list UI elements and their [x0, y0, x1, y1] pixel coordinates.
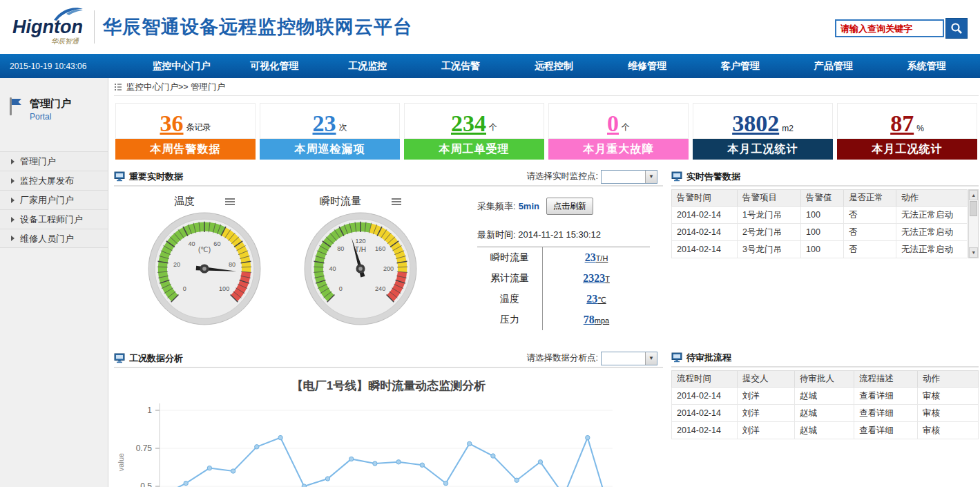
- reading-value[interactable]: 23℃: [543, 293, 650, 305]
- svg-text:0: 0: [339, 285, 343, 292]
- line-chart: value10.750.5: [114, 397, 632, 487]
- nav-item[interactable]: 客户管理: [693, 54, 787, 78]
- table-cell: 2014-02-14: [672, 207, 738, 224]
- column-header: 告警时间: [672, 190, 738, 207]
- table-row[interactable]: 2014-02-141号龙门吊100否无法正常启动: [672, 207, 968, 224]
- table-cell: 100: [801, 224, 844, 241]
- scroll-down-icon[interactable]: ▼: [969, 247, 978, 258]
- sidebar-item[interactable]: 监控大屏发布: [0, 171, 108, 190]
- stat-value-area: 0个: [548, 103, 689, 139]
- stat-card[interactable]: 234个本周工单受理: [404, 103, 544, 160]
- nav-item[interactable]: 可视化管理: [228, 54, 321, 78]
- table-cell: 刘洋: [738, 422, 795, 439]
- svg-text:0.75: 0.75: [136, 443, 153, 453]
- table-cell: 赵城: [795, 405, 854, 422]
- scroll-up-icon[interactable]: ▲: [969, 190, 978, 200]
- table-row[interactable]: 2014-02-142号龙门吊100否无法正常启动: [672, 224, 968, 241]
- chart-menu-icon[interactable]: [225, 198, 235, 205]
- table-row[interactable]: 2014-02-143号龙门吊100否无法正常启动: [672, 241, 968, 258]
- sidebar-item[interactable]: 厂家用户门户: [0, 190, 108, 209]
- nav-item[interactable]: 产品管理: [787, 54, 880, 78]
- table-cell: 审核: [918, 388, 979, 405]
- header-divider: [94, 10, 95, 44]
- sidebar-item[interactable]: 设备工程师门户: [0, 209, 108, 229]
- reading-value[interactable]: 23T/H: [543, 251, 650, 264]
- sidebar-item[interactable]: 维修人员门户: [0, 229, 108, 248]
- logo: Hignton 华辰智通: [7, 8, 88, 46]
- stat-value: 36: [160, 112, 184, 135]
- reading-value[interactable]: 78mpa: [543, 314, 650, 326]
- table-row[interactable]: 2014-02-14刘洋赵城查看详细审核: [672, 388, 979, 405]
- table-cell: 否: [844, 224, 896, 241]
- refresh-button[interactable]: 点击刷新: [546, 198, 593, 215]
- stat-value: 0: [607, 112, 619, 135]
- portal-header: 管理门户 Portal: [0, 78, 108, 139]
- logo-swoosh-icon: [52, 7, 84, 21]
- svg-text:40: 40: [189, 240, 195, 247]
- nav-item[interactable]: 工况告警: [414, 54, 508, 78]
- portal-title: 管理门户: [30, 96, 71, 112]
- reading-value[interactable]: 2323T: [543, 272, 650, 285]
- analysis-section-title: 工况数据分析: [129, 352, 183, 365]
- reading-row: 瞬时流量23T/H: [477, 247, 650, 268]
- analysis-point-select-label: 请选择数据分析点:: [527, 352, 598, 364]
- table-cell: 2014-02-14: [672, 388, 738, 405]
- search-button[interactable]: [945, 18, 968, 39]
- stat-value: 234: [451, 112, 486, 135]
- stat-label-bar: 本周工单受理: [404, 139, 544, 160]
- svg-text:200: 200: [383, 265, 394, 272]
- nav-item[interactable]: 工况监控: [321, 54, 414, 78]
- monitor-icon: [671, 352, 682, 363]
- nav-item[interactable]: 系统管理: [880, 54, 973, 78]
- alarms-section-title: 实时告警数据: [686, 171, 740, 183]
- stat-value: 3802: [732, 112, 779, 135]
- flag-icon: [8, 96, 23, 117]
- logo-text: Hignton: [7, 18, 88, 37]
- scrollbar-thumb[interactable]: [970, 201, 977, 216]
- stat-label-bar: 本月工况统计: [837, 139, 977, 160]
- analysis-point-select[interactable]: ▼: [601, 352, 657, 365]
- nav-item[interactable]: 维修管理: [600, 54, 693, 78]
- freq-label: 采集频率:: [477, 200, 516, 213]
- svg-text:(℃): (℃): [198, 246, 211, 254]
- alarms-scrollbar[interactable]: ▲ ▼: [968, 189, 979, 258]
- right-column: 实时告警数据 告警时间告警项目告警值是否正常动作 2014-02-141号龙门吊…: [671, 168, 979, 487]
- scrollbar-track[interactable]: [969, 200, 978, 247]
- sidebar-item[interactable]: 管理门户: [0, 151, 108, 171]
- table-cell: 赵城: [795, 388, 854, 405]
- reading-row: 压力78mpa: [477, 309, 650, 330]
- site-title: 华辰智通设备远程监控物联网云平台: [103, 15, 412, 39]
- alarms-table: 告警时间告警项目告警值是否正常动作 2014-02-141号龙门吊100否无法正…: [671, 189, 968, 258]
- triangle-bullet-icon: [11, 217, 15, 222]
- stat-card[interactable]: 36条记录本周告警数据: [115, 103, 256, 160]
- main-area: 监控中心门户>> 管理门户 36条记录本周告警数据23次本周巡检漏项234个本周…: [108, 78, 980, 487]
- monitor-point-select[interactable]: ▼: [601, 170, 657, 184]
- stat-card[interactable]: 0个本月重大故障: [548, 103, 689, 160]
- stat-label-bar: 本月工况统计: [693, 139, 833, 160]
- svg-text:20: 20: [173, 261, 180, 268]
- left-column: 重要实时数据 请选择实时监控点: ▼ 温度020406080100(℃)瞬时流量…: [114, 168, 663, 487]
- stat-card[interactable]: 23次本周巡检漏项: [260, 103, 400, 160]
- table-row[interactable]: 2014-02-14刘洋赵城查看详细审核: [672, 422, 979, 439]
- nav-item[interactable]: 远程控制: [508, 54, 601, 78]
- realtime-section-header: 重要实时数据 请选择实时监控点: ▼: [114, 168, 663, 187]
- gauge-chart: 04080120160200240T/H: [301, 209, 420, 328]
- svg-text:1: 1: [147, 405, 152, 415]
- stat-card[interactable]: 87%本月工况统计: [837, 103, 977, 160]
- stat-card[interactable]: 3802m2本月工况统计: [693, 103, 833, 160]
- svg-text:40: 40: [329, 265, 336, 272]
- table-cell: 无法正常启动: [896, 241, 968, 258]
- search-input[interactable]: [835, 19, 944, 37]
- main-nav: 2015-10-19 10:43:06 监控中心门户可视化管理工况监控工况告警远…: [0, 54, 980, 78]
- nav-item[interactable]: 监控中心门户: [135, 54, 228, 78]
- table-row[interactable]: 2014-02-14刘洋赵城查看详细审核: [672, 405, 979, 422]
- svg-text:60: 60: [213, 240, 220, 247]
- latest-time-value: 2014-11-21 15:30:12: [518, 229, 601, 240]
- nav-timestamp: 2015-10-19 10:43:06: [0, 61, 135, 71]
- stat-unit: m2: [782, 124, 794, 135]
- table-cell: 100: [801, 207, 844, 224]
- stat-value: 23: [313, 112, 336, 135]
- chart-menu-icon[interactable]: [392, 198, 401, 205]
- column-header: 动作: [918, 371, 979, 388]
- sidebar-item-label: 设备工程师门户: [20, 210, 83, 229]
